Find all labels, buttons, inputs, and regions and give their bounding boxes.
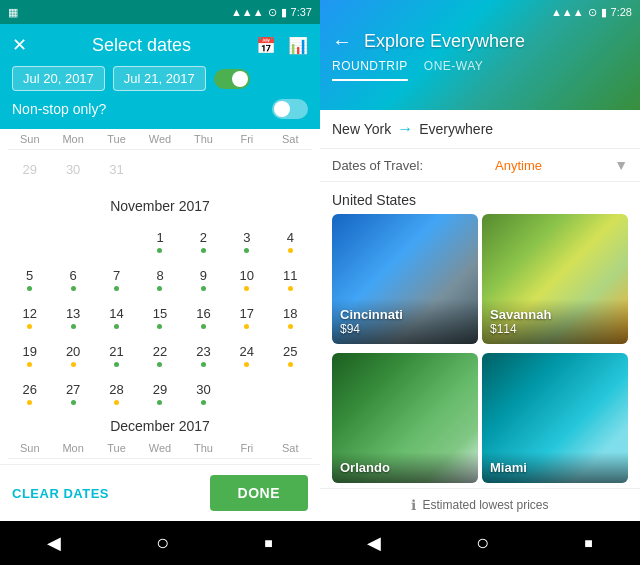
cal-day-4[interactable]: 4	[269, 218, 312, 256]
left-status-left: ▦	[8, 6, 18, 19]
select-dates-title: Select dates	[92, 35, 191, 56]
cincinnati-overlay: Cincinnati $94	[332, 299, 478, 344]
day-sat: Sat	[269, 133, 312, 145]
dest-card-cincinnati[interactable]: Cincinnati $94	[332, 214, 478, 344]
cal-empty	[269, 370, 312, 408]
dec-cal-day-1[interactable]: 1	[225, 459, 268, 464]
estimated-row: ℹ Estimated lowest prices	[320, 488, 640, 521]
cal-empty	[51, 218, 94, 256]
date-to[interactable]: Jul 21, 2017	[113, 66, 206, 91]
left-status-bar: ▦ ▲▲▲ ⊙ ▮ 7:37	[0, 0, 320, 24]
destination-grid: Cincinnati $94 Savannah $114 Orlando Mia…	[320, 214, 640, 488]
cal-day-30[interactable]: 30	[182, 370, 225, 408]
cal-day-12[interactable]: 12	[8, 294, 51, 332]
date-from[interactable]: Jul 20, 2017	[12, 66, 105, 91]
cal-day-14[interactable]: 14	[95, 294, 138, 332]
cal-day-2[interactable]: 2	[182, 218, 225, 256]
cal-day-28[interactable]: 28	[95, 370, 138, 408]
cal-day-3[interactable]: 3	[225, 218, 268, 256]
tab-oneway[interactable]: ONE-WAY	[424, 59, 484, 81]
cal-day-6[interactable]: 6	[51, 256, 94, 294]
cincinnati-name: Cincinnati	[340, 307, 470, 322]
right-home-nav-icon[interactable]: ○	[476, 530, 489, 556]
day-sun: Sun	[8, 133, 51, 145]
dec-day-tue: Tue	[95, 442, 138, 454]
done-button[interactable]: DONE	[210, 475, 308, 511]
dest-card-savannah[interactable]: Savannah $114	[482, 214, 628, 344]
signal-icon: ▲▲▲	[231, 6, 264, 18]
cal-day-7[interactable]: 7	[95, 256, 138, 294]
dec-day-fri: Fri	[225, 442, 268, 454]
right-signal-icon: ▲▲▲	[551, 6, 584, 18]
dates-label: Dates of Travel:	[332, 158, 423, 173]
cal-day-10[interactable]: 10	[225, 256, 268, 294]
cal-day-21[interactable]: 21	[95, 332, 138, 370]
dec-cal-day-2[interactable]: 2	[269, 459, 312, 464]
december-grid: 1 2	[8, 459, 312, 464]
cal-day-5[interactable]: 5	[8, 256, 51, 294]
recents-nav-icon[interactable]: ■	[264, 535, 272, 551]
date-toggle[interactable]	[214, 69, 250, 89]
left-status-right: ▲▲▲ ⊙ ▮ 7:37	[231, 6, 312, 19]
dec-days-header: Sun Mon Tue Wed Thu Fri Sat	[8, 438, 312, 459]
cal-day-17[interactable]: 17	[225, 294, 268, 332]
cal-day-9[interactable]: 9	[182, 256, 225, 294]
right-time: 7:28	[611, 6, 632, 18]
close-button[interactable]: ✕	[12, 34, 27, 56]
cal-day-27[interactable]: 27	[51, 370, 94, 408]
home-nav-icon[interactable]: ○	[156, 530, 169, 556]
chart-icon[interactable]: 📊	[288, 36, 308, 55]
right-recents-nav-icon[interactable]: ■	[584, 535, 592, 551]
cal-day-19[interactable]: 19	[8, 332, 51, 370]
cal-day-11[interactable]: 11	[269, 256, 312, 294]
cal-day-29[interactable]: 29	[138, 370, 181, 408]
right-status-right: ▲▲▲ ⊙ ▮ 7:28	[551, 6, 632, 19]
savannah-price: $114	[490, 322, 620, 336]
prev-month-row: 29 30 31	[8, 150, 312, 188]
cal-day-15[interactable]: 15	[138, 294, 181, 332]
search-from[interactable]: New York	[332, 121, 391, 137]
cal-day-16[interactable]: 16	[182, 294, 225, 332]
tab-roundtrip[interactable]: ROUNDTRIP	[332, 59, 408, 81]
dates-row[interactable]: Dates of Travel: Anytime ▼	[320, 149, 640, 182]
left-nav-bar: ◀ ○ ■	[0, 521, 320, 565]
search-to[interactable]: Everywhere	[419, 121, 493, 137]
month-december: December 2017	[8, 408, 312, 438]
cal-empty	[8, 459, 51, 464]
cal-day-18[interactable]: 18	[269, 294, 312, 332]
clear-dates-button[interactable]: CLEAR DATES	[12, 486, 109, 501]
dates-value: Anytime	[495, 158, 542, 173]
back-arrow-icon[interactable]: ←	[332, 30, 352, 53]
cal-day-22[interactable]: 22	[138, 332, 181, 370]
explore-everywhere-title: Explore Everywhere	[364, 31, 525, 52]
cal-day-24[interactable]: 24	[225, 332, 268, 370]
cal-day-1[interactable]: 1	[138, 218, 181, 256]
calendar-icon[interactable]: 📅	[256, 36, 276, 55]
estimated-note: Estimated lowest prices	[422, 498, 548, 512]
orlando-overlay: Orlando	[332, 452, 478, 483]
wifi-icon: ▦	[8, 6, 18, 19]
cal-empty	[95, 459, 138, 464]
dest-card-orlando[interactable]: Orlando	[332, 353, 478, 483]
cal-day-20[interactable]: 20	[51, 332, 94, 370]
cal-day-25[interactable]: 25	[269, 332, 312, 370]
nonstop-toggle[interactable]	[272, 99, 308, 119]
cal-day-26[interactable]: 26	[8, 370, 51, 408]
dates-chevron-icon[interactable]: ▼	[614, 157, 628, 173]
day-thu: Thu	[182, 133, 225, 145]
day-fri: Fri	[225, 133, 268, 145]
battery-icon: ▮	[281, 6, 287, 19]
cal-day-8[interactable]: 8	[138, 256, 181, 294]
calendar-area[interactable]: Sun Mon Tue Wed Thu Fri Sat 29 30 31 Nov…	[0, 129, 320, 464]
cal-day-23[interactable]: 23	[182, 332, 225, 370]
right-back-nav-icon[interactable]: ◀	[367, 532, 381, 554]
cal-empty	[138, 459, 181, 464]
cal-day-13[interactable]: 13	[51, 294, 94, 332]
right-header-content: ← Explore Everywhere	[320, 24, 640, 59]
right-nav-bar: ◀ ○ ■	[320, 521, 640, 565]
dest-card-miami[interactable]: Miami	[482, 353, 628, 483]
wifi-status-icon: ⊙	[268, 6, 277, 19]
back-nav-icon[interactable]: ◀	[47, 532, 61, 554]
cal-empty	[182, 459, 225, 464]
orlando-name: Orlando	[340, 460, 470, 475]
